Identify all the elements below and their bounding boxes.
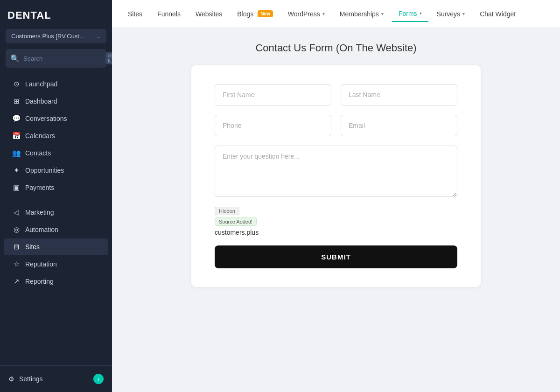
nav-divider xyxy=(7,200,105,200)
hidden-badge: Hidden xyxy=(215,207,239,215)
nav-item-surveys[interactable]: Surveys ▾ xyxy=(430,7,472,21)
sidebar-item-sites[interactable]: ⊟ Sites xyxy=(4,238,108,255)
nav-item-wordpress[interactable]: WordPress ▾ xyxy=(281,7,331,21)
launchpad-icon: ⊙ xyxy=(12,80,21,88)
sidebar-label-opportunities: Opportunities xyxy=(25,167,64,174)
main-area: Sites Funnels Websites Blogs New WordPre… xyxy=(112,0,560,392)
payments-icon: ▣ xyxy=(12,183,21,192)
sidebar-label-reputation: Reputation xyxy=(25,260,57,268)
sidebar-item-conversations[interactable]: 💬 Conversations xyxy=(4,110,108,127)
last-name-field xyxy=(341,84,457,105)
forms-chevron-icon: ▾ xyxy=(420,11,422,16)
nav-item-memberships[interactable]: Memberships ▾ xyxy=(333,7,390,21)
last-name-input[interactable] xyxy=(341,84,457,105)
nav-item-sites[interactable]: Sites xyxy=(121,7,149,21)
nav-item-funnels[interactable]: Funnels xyxy=(151,7,187,21)
sidebar-label-dashboard: Dashboard xyxy=(25,98,57,105)
contact-row xyxy=(215,115,457,136)
sidebar-label-payments: Payments xyxy=(25,184,54,191)
blogs-new-badge: New xyxy=(258,10,273,17)
brand-title: DENTAL xyxy=(0,0,112,29)
settings-icon: ⚙ xyxy=(8,375,14,383)
teal-arrow-button[interactable]: ‹ xyxy=(93,374,104,384)
reputation-icon: ☆ xyxy=(12,260,21,268)
phone-input[interactable] xyxy=(215,115,331,136)
settings-left: ⚙ Settings xyxy=(8,375,43,383)
opportunities-icon: ✦ xyxy=(12,166,21,175)
nav-item-forms[interactable]: Forms ▾ xyxy=(392,6,428,22)
marketing-icon: ◁ xyxy=(12,208,21,217)
source-added-badge: Source Added! xyxy=(215,217,257,226)
automation-icon: ◎ xyxy=(12,225,21,234)
sidebar-item-contacts[interactable]: 👥 Contacts xyxy=(4,145,108,161)
wordpress-chevron-icon: ▾ xyxy=(322,11,325,16)
hidden-section: Hidden Source Added! customers.plus xyxy=(215,206,457,236)
sidebar-item-reputation[interactable]: ☆ Reputation xyxy=(4,256,108,273)
memberships-chevron-icon: ▾ xyxy=(381,11,384,16)
search-icon: 🔍 xyxy=(10,54,20,63)
settings-label: Settings xyxy=(19,375,43,383)
email-field xyxy=(341,115,457,136)
first-name-input[interactable] xyxy=(215,84,331,105)
sidebar-item-calendars[interactable]: 📅 Calendars xyxy=(4,127,108,144)
sidebar-item-launchpad[interactable]: ⊙ Launchpad xyxy=(4,76,108,92)
sidebar-label-launchpad: Launchpad xyxy=(25,80,57,88)
sidebar-item-opportunities[interactable]: ✦ Opportunities xyxy=(4,162,108,179)
sidebar-item-payments[interactable]: ▣ Payments xyxy=(4,179,108,196)
nav-item-websites[interactable]: Websites xyxy=(189,7,229,21)
search-bar[interactable]: 🔍 ctrl K + xyxy=(6,49,106,68)
nav-item-blogs[interactable]: Blogs New xyxy=(231,7,280,21)
sidebar-item-reporting[interactable]: ↗ Reporting xyxy=(4,273,108,290)
form-card: Hidden Source Added! customers.plus SUBM… xyxy=(191,65,481,287)
source-url: customers.plus xyxy=(215,229,457,236)
sidebar-label-calendars: Calendars xyxy=(25,132,55,140)
nav-item-chatwidget[interactable]: Chat Widget xyxy=(473,7,522,21)
sidebar-item-automation[interactable]: ◎ Automation xyxy=(4,221,108,238)
surveys-chevron-icon: ▾ xyxy=(462,11,465,16)
sidebar-label-reporting: Reporting xyxy=(25,278,54,285)
search-input[interactable] xyxy=(23,55,102,62)
chevron-down-icon: ⌄ xyxy=(96,33,101,40)
submit-button[interactable]: SUBMIT xyxy=(215,245,457,268)
sidebar-item-marketing[interactable]: ◁ Marketing xyxy=(4,204,108,221)
question-textarea[interactable] xyxy=(215,146,457,197)
account-switcher[interactable]: Customers Plus [RV.Cust... ⌄ xyxy=(6,29,106,43)
sidebar-label-marketing: Marketing xyxy=(25,209,54,216)
account-name: Customers Plus [RV.Cust... xyxy=(11,33,84,40)
sidebar-label-automation: Automation xyxy=(25,226,58,233)
sidebar-label-conversations: Conversations xyxy=(25,115,67,122)
settings-item[interactable]: ⚙ Settings ‹ xyxy=(0,370,112,388)
first-name-field xyxy=(215,84,331,105)
page-title: Contact Us Form (On The Website) xyxy=(255,42,416,54)
sites-icon: ⊟ xyxy=(12,243,21,251)
conversations-icon: 💬 xyxy=(12,114,21,123)
sidebar-label-sites: Sites xyxy=(25,243,40,251)
phone-field xyxy=(215,115,331,136)
sidebar-nav: ⊙ Launchpad ⊞ Dashboard 💬 Conversations … xyxy=(0,75,112,365)
page-content: Contact Us Form (On The Website) xyxy=(112,28,560,392)
top-nav: Sites Funnels Websites Blogs New WordPre… xyxy=(112,0,560,28)
contacts-icon: 👥 xyxy=(12,149,21,157)
sidebar: DENTAL Customers Plus [RV.Cust... ⌄ 🔍 ct… xyxy=(0,0,112,392)
email-input[interactable] xyxy=(341,115,457,136)
reporting-icon: ↗ xyxy=(12,277,21,286)
calendars-icon: 📅 xyxy=(12,132,21,140)
name-row xyxy=(215,84,457,105)
sidebar-item-dashboard[interactable]: ⊞ Dashboard xyxy=(4,93,108,110)
dashboard-icon: ⊞ xyxy=(12,97,21,105)
sidebar-bottom: ⚙ Settings ‹ xyxy=(0,365,112,392)
sidebar-label-contacts: Contacts xyxy=(25,149,51,157)
